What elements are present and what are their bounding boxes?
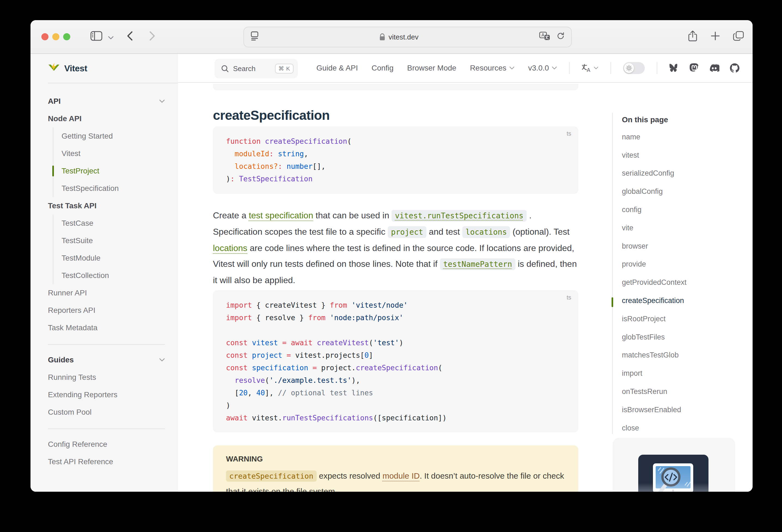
- sidebar-menu-chevron-icon[interactable]: [108, 32, 114, 42]
- link-testnamepattern[interactable]: testNamePattern: [440, 258, 516, 270]
- forward-button[interactable]: [149, 31, 155, 43]
- language-switcher[interactable]: A: [581, 64, 599, 72]
- sidebar-section-guides[interactable]: Guides: [48, 351, 165, 369]
- navbar-separator: [657, 62, 657, 74]
- back-button[interactable]: [127, 31, 133, 43]
- toc-item-vite[interactable]: vite: [622, 219, 731, 237]
- sidebar-item-testmodule[interactable]: TestModule: [62, 249, 165, 267]
- sidebar-item-test-task-api[interactable]: Test Task API: [48, 197, 165, 215]
- nav-dropdown-resources[interactable]: Resources: [470, 64, 514, 72]
- svg-text:A: A: [541, 32, 544, 38]
- nav-link-config[interactable]: Config: [371, 64, 393, 72]
- bluesky-icon[interactable]: [669, 64, 679, 72]
- chevron-down-icon: [159, 358, 165, 362]
- sidebar-item-config-reference[interactable]: Config Reference: [48, 436, 165, 453]
- sponsor-card[interactable]: [613, 438, 735, 492]
- vitest-logo-icon: [48, 63, 60, 74]
- toc-item-ontestsrerun[interactable]: onTestsRerun: [622, 383, 731, 401]
- tab-overview-icon[interactable]: [733, 31, 744, 43]
- search-button[interactable]: Search ⌘ K: [215, 59, 298, 78]
- warning-callout: WARNING createSpecification expects reso…: [213, 446, 578, 492]
- text: Create a: [213, 210, 249, 220]
- sidebar-item-test-api-reference[interactable]: Test API Reference: [48, 453, 165, 470]
- screen: vitest.dev A: [0, 0, 782, 532]
- sidebar-item-group: Getting StartedVitestTestProjectTestSpec…: [53, 128, 165, 197]
- sidebar-item-runner-api[interactable]: Runner API: [48, 284, 165, 302]
- zoom-window-button[interactable]: [63, 33, 70, 40]
- github-icon[interactable]: [730, 63, 740, 73]
- navbar-links: Guide & API Config Browser Mode Resource…: [303, 54, 740, 82]
- code-block-signature[interactable]: ts function createSpecification( moduleI…: [213, 126, 578, 194]
- toc-item-config[interactable]: config: [622, 201, 731, 219]
- sidebar-section-api[interactable]: API: [48, 93, 165, 110]
- minimize-window-button[interactable]: [52, 33, 59, 40]
- toc-item-browser[interactable]: browser: [622, 237, 731, 255]
- reload-icon[interactable]: [557, 32, 565, 42]
- inline-code: locations: [462, 226, 510, 238]
- navbar-separator: [569, 62, 570, 74]
- theme-toggle[interactable]: [623, 62, 645, 74]
- sidebar-item-testspecification[interactable]: TestSpecification: [62, 180, 165, 197]
- toc-item-vitest[interactable]: vitest: [622, 146, 731, 165]
- toc-item-import[interactable]: import: [622, 364, 731, 383]
- sidebar-item-task-metadata[interactable]: Task Metadata: [48, 319, 165, 336]
- site-navbar: Search ⌘ K Guide & API Config Browser Mo…: [178, 54, 753, 83]
- site-title: Vitest: [64, 64, 87, 73]
- nav-dropdown-version[interactable]: v3.0.0: [528, 64, 557, 72]
- sidebar-item-node-api[interactable]: Node API: [48, 110, 165, 128]
- text: expects resolved: [317, 471, 383, 480]
- sidebar-item-testsuite[interactable]: TestSuite: [62, 232, 165, 249]
- sidebar-item-extending-reporters[interactable]: Extending Reporters: [48, 386, 165, 403]
- link-vitest-runtestspecifications[interactable]: vitest.runTestSpecifications: [392, 210, 527, 222]
- inline-code: createSpecification: [226, 470, 317, 482]
- toc-item-isrootproject[interactable]: isRootProject: [622, 310, 731, 328]
- code-block-example[interactable]: ts import { createVitest } from 'vitest/…: [213, 290, 578, 432]
- sidebar-item-reporters-api[interactable]: Reporters API: [48, 302, 165, 319]
- sidebar-item-testcollection[interactable]: TestCollection: [62, 267, 165, 284]
- new-tab-icon[interactable]: [711, 31, 720, 43]
- sidebar-item-running-tests[interactable]: Running Tests: [48, 369, 165, 386]
- toc-item-name[interactable]: name: [622, 128, 731, 146]
- description-paragraph: Create a test specification that can be …: [213, 208, 580, 288]
- nav-link-browser-mode[interactable]: Browser Mode: [407, 64, 456, 72]
- discord-icon[interactable]: [709, 64, 719, 72]
- link-module-id[interactable]: module ID: [383, 471, 420, 480]
- toc-item-isbrowserenabled[interactable]: isBrowserEnabled: [622, 401, 731, 419]
- sidebar-item-testproject[interactable]: TestProject: [62, 162, 165, 180]
- address-bar[interactable]: vitest.dev A: [243, 27, 572, 47]
- sidebar-item-custom-pool[interactable]: Custom Pool: [48, 403, 165, 421]
- mastodon-icon[interactable]: [689, 63, 699, 73]
- nav-link-guide-api[interactable]: Guide & API: [316, 64, 358, 72]
- code-language-badge: ts: [567, 130, 571, 137]
- toc-item-serializedconfig[interactable]: serializedConfig: [622, 165, 731, 183]
- sun-icon: [626, 65, 632, 71]
- toc-item-close[interactable]: close: [622, 419, 731, 437]
- toc-item-getprovidedcontext[interactable]: getProvidedContext: [622, 273, 731, 292]
- text: (optional). Test: [510, 227, 569, 237]
- navbar-separator: [610, 62, 611, 74]
- toc-item-provide[interactable]: provide: [622, 255, 731, 274]
- toc-item-matchestestglob[interactable]: matchesTestGlob: [622, 346, 731, 364]
- browser-window: vitest.dev A: [31, 20, 753, 492]
- text: and test: [426, 227, 462, 237]
- share-icon[interactable]: [688, 30, 698, 44]
- chrome-left-icons: [91, 20, 155, 54]
- toc-item-createspecification[interactable]: createSpecification: [622, 292, 731, 310]
- toc-item-globalconfig[interactable]: globalConfig: [622, 182, 731, 201]
- sidebar-toggle-icon[interactable]: [91, 31, 102, 43]
- code-language-badge: ts: [567, 294, 571, 301]
- site-logo[interactable]: Vitest: [31, 54, 178, 83]
- browser-chrome: vitest.dev A: [31, 20, 753, 54]
- reader-view-icon[interactable]: [250, 31, 259, 43]
- sidebar-item-getting-started[interactable]: Getting Started: [62, 128, 165, 145]
- close-window-button[interactable]: [41, 33, 48, 40]
- toc-item-globtestfiles[interactable]: globTestFiles: [622, 328, 731, 346]
- chrome-right-icons: [688, 20, 744, 54]
- translate-page-icon[interactable]: A: [539, 32, 550, 42]
- link-test-specification[interactable]: test specification: [249, 210, 313, 220]
- sidebar-item-testcase[interactable]: TestCase: [62, 215, 165, 232]
- link-locations[interactable]: locations: [213, 243, 247, 253]
- sidebar-item-vitest[interactable]: Vitest: [62, 145, 165, 162]
- url-text: vitest.dev: [389, 33, 419, 41]
- text: that can be used in: [313, 210, 392, 220]
